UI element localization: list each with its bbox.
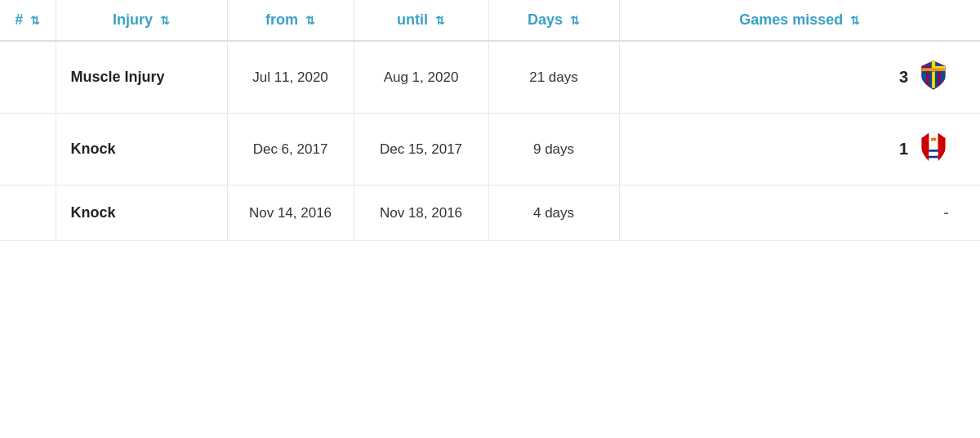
- svg-rect-10: [929, 156, 938, 159]
- sort-icon-until: ⇅: [435, 14, 445, 27]
- cell-from: Dec 6, 2017: [227, 114, 354, 185]
- barcelona-badge-icon: [918, 60, 949, 95]
- col-header-days[interactable]: Days ⇅: [488, 0, 619, 41]
- sort-icon-from: ⇅: [305, 14, 315, 27]
- sort-icon-injury: ⇅: [160, 14, 170, 27]
- cell-games-missed: -: [619, 185, 980, 241]
- games-missed-count: 1: [899, 140, 908, 159]
- svg-text:ATM: ATM: [931, 138, 937, 141]
- sort-icon-games: ⇅: [850, 14, 860, 27]
- svg-rect-9: [929, 153, 938, 155]
- cell-injury: Knock: [56, 185, 227, 241]
- table-header-row: # ⇅ Injury ⇅ from ⇅ until ⇅ Days ⇅: [0, 0, 980, 41]
- injuries-table: # ⇅ Injury ⇅ from ⇅ until ⇅ Days ⇅: [0, 0, 980, 241]
- col-header-games-missed[interactable]: Games missed ⇅: [619, 0, 980, 41]
- cell-games-missed: 1 ATM: [619, 114, 980, 185]
- cell-injury: Knock: [56, 114, 227, 185]
- cell-number: [0, 41, 56, 114]
- cell-until: Dec 15, 2017: [354, 114, 488, 185]
- cell-number: [0, 114, 56, 185]
- cell-days: 21 days: [488, 41, 619, 114]
- col-number-label: #: [15, 11, 23, 28]
- col-header-until[interactable]: until ⇅: [354, 0, 488, 41]
- cell-until: Aug 1, 2020: [354, 41, 488, 114]
- col-header-number[interactable]: # ⇅: [0, 0, 56, 41]
- svg-rect-5: [926, 71, 929, 85]
- cell-games-missed: 3: [619, 41, 980, 114]
- col-injury-label: Injury: [113, 11, 153, 28]
- table-row: KnockNov 14, 2016Nov 18, 20164 days-: [0, 185, 980, 241]
- svg-rect-7: [938, 71, 940, 85]
- table-row: KnockDec 6, 2017Dec 15, 20179 days1 ATM: [0, 114, 980, 185]
- col-header-from[interactable]: from ⇅: [227, 0, 354, 41]
- sort-icon-number: ⇅: [30, 14, 40, 27]
- cell-from: Jul 11, 2020: [227, 41, 354, 114]
- svg-rect-8: [929, 150, 938, 152]
- svg-rect-6: [932, 71, 935, 88]
- svg-rect-4: [922, 68, 946, 71]
- cell-injury: Muscle Injury: [56, 41, 227, 114]
- cell-number: [0, 185, 56, 241]
- atletico-badge-icon: ATM: [918, 132, 949, 167]
- cell-from: Nov 14, 2016: [227, 185, 354, 241]
- col-days-label: Days: [528, 11, 563, 28]
- games-missed-dash: -: [943, 203, 949, 222]
- injuries-table-container: # ⇅ Injury ⇅ from ⇅ until ⇅ Days ⇅: [0, 0, 980, 241]
- games-missed-count: 3: [899, 68, 908, 87]
- col-from-label: from: [265, 11, 298, 28]
- col-header-injury[interactable]: Injury ⇅: [56, 0, 227, 41]
- col-until-label: until: [397, 11, 428, 28]
- sort-icon-days: ⇅: [570, 14, 580, 27]
- table-row: Muscle InjuryJul 11, 2020Aug 1, 202021 d…: [0, 41, 980, 114]
- cell-days: 9 days: [488, 114, 619, 185]
- col-games-missed-label: Games missed: [739, 11, 843, 28]
- cell-days: 4 days: [488, 185, 619, 241]
- cell-until: Nov 18, 2016: [354, 185, 488, 241]
